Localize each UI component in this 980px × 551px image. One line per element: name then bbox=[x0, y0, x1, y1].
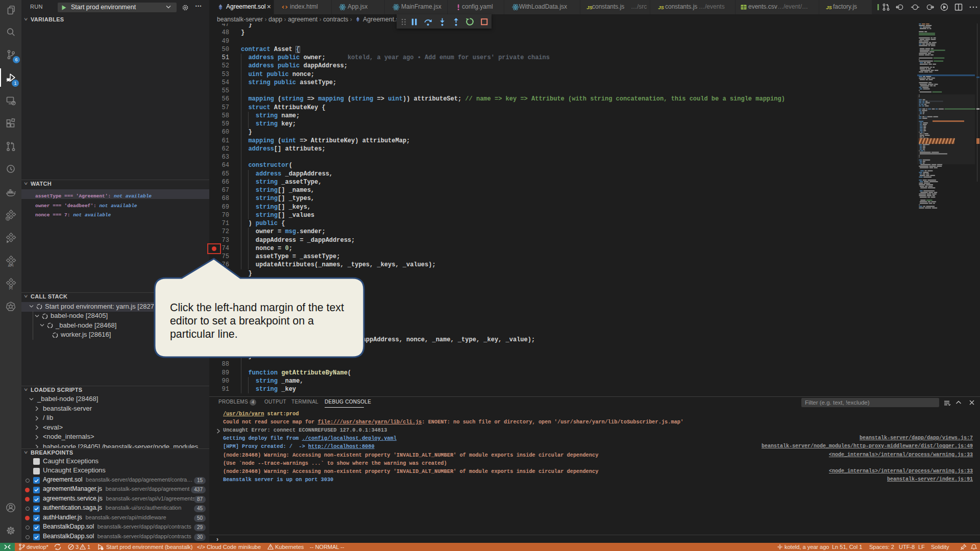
svg-text:[•]: [•] bbox=[9, 286, 13, 290]
svg-text:JS: JS bbox=[826, 5, 832, 10]
svg-text:JS: JS bbox=[658, 5, 664, 10]
svg-text:API: API bbox=[8, 264, 14, 267]
